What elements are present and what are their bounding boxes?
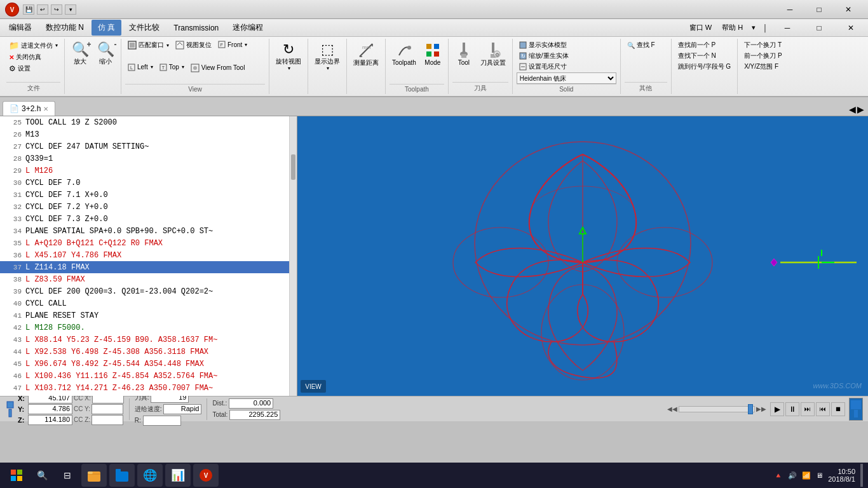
btn-tool-settings[interactable]: ⚙ 刀具设置 [478, 40, 508, 68]
btn-settings[interactable]: ⚙ 设置 [6, 64, 60, 74]
playback-slider[interactable] [679, 406, 755, 412]
btn-xyz-range[interactable]: X/Y/Z范围 F [742, 62, 784, 72]
menu-cnc[interactable]: 数控功能 N [39, 20, 90, 36]
step-back-btn[interactable]: ⏮ [816, 402, 830, 416]
stop-btn[interactable]: ⏹ [831, 402, 845, 416]
btn-measure[interactable]: mm 测量距离 [351, 40, 381, 68]
btn-stock-size[interactable]: 设置毛坯尺寸 [517, 62, 616, 72]
start-btn[interactable] [5, 464, 28, 487]
code-line[interactable]: 48L X106.391 Y17.86 Z-46.659 A348.8249 F… [0, 394, 297, 396]
btn-front[interactable]: F Front▾ [215, 40, 250, 49]
tray-icon-network[interactable]: 📶 [802, 471, 811, 480]
tab-prev-btn[interactable]: ◀ [849, 104, 856, 114]
btn-find-next[interactable]: 查找下一个 N [675, 51, 733, 61]
undo-btn[interactable]: ↩ [37, 4, 48, 15]
btn-find[interactable]: 🔍查找 F [625, 40, 667, 50]
menu-min-btn[interactable]: ─ [773, 18, 802, 37]
code-line[interactable]: 45L X96.674 Y8.492 Z-45.544 A354.448 FMA… [0, 358, 297, 370]
code-line[interactable]: 31CYCL DEF 7.1 X+0.0 [0, 189, 297, 201]
code-line[interactable]: 42L M128 F5000. [0, 322, 297, 334]
play-btn[interactable]: ▶ [770, 402, 784, 416]
menu-help[interactable]: 帮助 H [718, 22, 747, 34]
dropdown-btn[interactable]: ▾ [65, 4, 76, 15]
tray-icon-volume[interactable]: 🔊 [788, 471, 797, 480]
code-line[interactable]: 43L X88.14 Y5.23 Z-45.159 B90. A358.1637… [0, 334, 297, 346]
menu-close-btn[interactable]: ✕ [836, 18, 865, 37]
btn-view-from-tool[interactable]: View From Tool [188, 63, 248, 73]
menu-max-btn[interactable]: □ [804, 18, 834, 37]
btn-fit-window[interactable]: 匹配窗口▾ [125, 40, 172, 50]
code-line[interactable]: 40CYCL CALL [0, 297, 297, 309]
code-line[interactable]: 47L X103.712 Y14.271 Z-46.23 A350.7007 F… [0, 382, 297, 394]
menu-editor[interactable]: 编辑器 [3, 20, 38, 36]
btn-prev-toolchange[interactable]: 前一个换刀 P [742, 51, 784, 61]
minimize-btn[interactable]: ─ [775, 0, 804, 19]
code-line[interactable]: 39CYCL DEF 200 Q200=3. Q201=-23.004 Q202… [0, 285, 297, 297]
menu-mini[interactable]: 迷你编程 [226, 20, 269, 36]
system-clock[interactable]: 10:50 2018/8/1 [828, 468, 855, 483]
code-line[interactable]: 25TOOL CALL 19 Z S2000 [0, 116, 297, 128]
save-btn[interactable]: 💾 [23, 4, 34, 15]
code-line[interactable]: 46L X100.436 Y11.116 Z-45.854 A352.5764 … [0, 370, 297, 382]
tray-icon-monitor[interactable]: 🖥 [816, 471, 823, 479]
tab-next-btn[interactable]: ▶ [857, 104, 864, 114]
code-line[interactable]: 38L Z83.59 FMAX [0, 273, 297, 285]
btn-top[interactable]: T Top▾ [157, 63, 187, 72]
code-line[interactable]: 41PLANE RESET STAY [0, 309, 297, 322]
taskbar-explorer[interactable] [81, 464, 107, 487]
btn-find-prev[interactable]: 查找前一个 P [675, 40, 733, 50]
menu-simulate[interactable]: 仿 真 [92, 20, 121, 36]
btn-toolpath[interactable]: Toolpath [390, 40, 419, 68]
menu-window[interactable]: 窗口 W [686, 22, 715, 34]
taskbar-app-2[interactable]: 📊 [165, 464, 191, 487]
close-btn[interactable]: ✕ [834, 0, 863, 19]
redo-btn[interactable]: ↪ [51, 4, 62, 15]
btn-next-toolchange[interactable]: 下一个换刀 T [742, 40, 784, 50]
code-line[interactable]: 34PLANE SPATIAL SPA+0.0 SPB+90. SPC+0.0 … [0, 225, 297, 237]
btn-tool[interactable]: Tool [452, 40, 475, 68]
btn-regen-solid[interactable]: ↻ 缩放/重生实体 [517, 51, 616, 61]
code-scrollbar[interactable] [289, 116, 297, 396]
code-line[interactable]: 44L X92.538 Y6.498 Z-45.308 A356.3118 FM… [0, 346, 297, 358]
code-line[interactable]: 33CYCL DEF 7.3 Z+0.0 [0, 213, 297, 225]
code-line[interactable]: 26M13 [0, 128, 297, 140]
btn-mode[interactable]: Mode [421, 40, 444, 68]
taskbar-file-manager[interactable] [109, 464, 135, 487]
machine-select[interactable]: Heidenhain 铣床 [517, 72, 616, 84]
btn-rotate[interactable]: ↻ 旋转视图▾ [273, 40, 304, 73]
btn-reset-view[interactable]: 视图复位 [173, 40, 214, 50]
code-line[interactable]: 28 Q339=1 [0, 152, 297, 165]
btn-goto-line[interactable]: 跳到行号/字段号 G [675, 62, 733, 72]
viewport-3d[interactable]: VIEW www.3DS.COM [297, 116, 868, 396]
scrollbar-thumb[interactable] [291, 154, 295, 180]
btn-open-file[interactable]: 📁 进退文件仿▾ [6, 40, 60, 51]
menu-dropdown[interactable]: ▾ [749, 22, 758, 33]
slider-thumb[interactable] [748, 404, 753, 414]
btn-close-sim[interactable]: ✕ 关闭仿真 [6, 52, 60, 62]
taskbar-app-1[interactable]: 🌐 [137, 464, 163, 487]
show-desktop-btn[interactable] [860, 464, 863, 487]
code-line[interactable]: 27CYCL DEF 247 DATUM SETTING~ [0, 140, 297, 152]
taskview-btn[interactable]: ⊟ [56, 464, 79, 487]
btn-show-solid[interactable]: 显示实体模型 [517, 40, 616, 50]
btn-left[interactable]: L Left▾ [125, 63, 156, 72]
menu-compare[interactable]: 文件比较 [123, 20, 166, 36]
btn-zoom-in[interactable]: 🔍+ 放大 [69, 40, 92, 67]
maximize-btn[interactable]: □ [804, 0, 834, 19]
taskbar-vericut[interactable]: V [193, 464, 219, 487]
code-line[interactable]: 30CYCL DEF 7.0 [0, 177, 297, 189]
code-line[interactable]: 32CYCL DEF 7.2 Y+0.0 [0, 201, 297, 213]
tray-icon-arrow[interactable]: 🔺 [774, 471, 783, 480]
code-line[interactable]: 29L M126 [0, 165, 297, 177]
step-forward-btn[interactable]: ⏭ [801, 402, 815, 416]
btn-zoom-out[interactable]: 🔍- 缩小 [94, 40, 117, 67]
tab-close-icon[interactable]: ✕ [43, 105, 48, 112]
code-line[interactable]: 36L X45.107 Y4.786 FMAX [0, 249, 297, 261]
code-line[interactable]: 35L A+Q120 B+Q121 C+Q122 R0 FMAX [0, 237, 297, 249]
menu-transmission[interactable]: Transmission [167, 21, 225, 35]
pause-btn[interactable]: ⏸ [785, 402, 799, 416]
search-btn[interactable]: 🔍 [31, 464, 53, 487]
code-line[interactable]: 37L Z114.18 FMAX [0, 261, 297, 273]
tab-file[interactable]: 📄 3+2.h ✕ [3, 101, 55, 116]
btn-show-boundary[interactable]: ⬚ 显示边界▾ [312, 40, 342, 73]
